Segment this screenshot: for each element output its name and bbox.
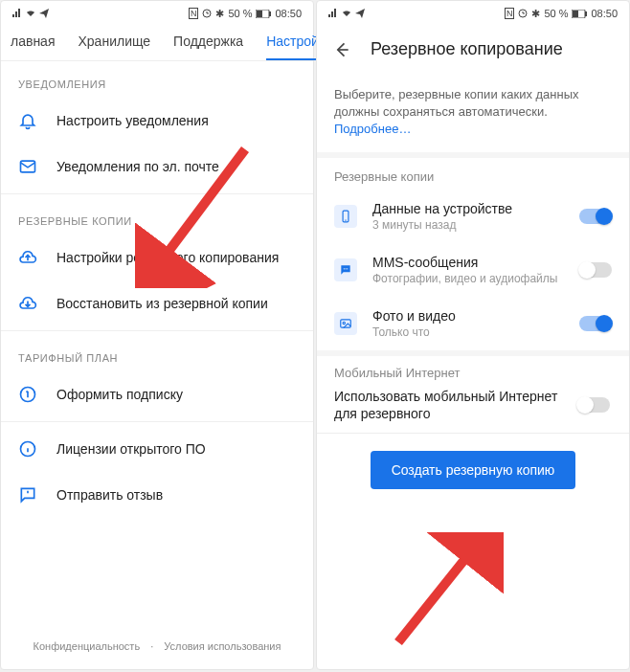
svg-rect-10 [585, 11, 587, 16]
tab-main[interactable]: лавная [11, 34, 56, 60]
item-device-data[interactable]: Данные на устройстве 3 минуты назад [317, 190, 629, 243]
item-title: Фото и видео [372, 308, 564, 324]
signal-icon [328, 9, 338, 18]
mobile-header: Мобильный Интернет [334, 366, 612, 380]
row-label: Настройки резервного копирования [56, 250, 296, 265]
mobile-label: Использовать мобильный Интернет для резе… [334, 388, 566, 424]
alarm-icon [202, 9, 212, 18]
svg-rect-3 [269, 11, 271, 16]
tab-storage[interactable]: Хранилище [79, 34, 151, 60]
row-licenses[interactable]: Лицензии открытого ПО [1, 426, 313, 472]
svg-rect-9 [573, 11, 578, 17]
row-email-notifications[interactable]: Уведомления по эл. почте [1, 144, 313, 190]
battery-percent: 50 % [544, 8, 568, 19]
section-notifications-header: УВЕДОМЛЕНИЯ [1, 61, 313, 98]
settings-screen: N ✱ 50 % 08:50 лавная Хранилище Поддержк… [0, 0, 314, 670]
row-subscribe[interactable]: Оформить подписку [1, 371, 313, 417]
clock: 08:50 [591, 8, 618, 19]
one-icon [18, 385, 37, 404]
row-label: Отправить отзыв [56, 487, 296, 503]
row-label: Уведомления по эл. почте [56, 159, 296, 174]
nfc-icon: N [505, 8, 515, 19]
wifi-icon [26, 9, 35, 18]
item-title: Данные на устройстве [372, 201, 564, 216]
privacy-link[interactable]: Конфиденциальность [34, 640, 141, 652]
svg-point-12 [344, 268, 345, 269]
phone-icon [334, 205, 357, 228]
button-bar: Создать резервную копию [317, 433, 629, 506]
feedback-icon [18, 485, 37, 504]
status-bar: N ✱ 50 % 08:50 [317, 1, 629, 26]
toggle-device-data[interactable] [579, 209, 612, 224]
mms-icon [334, 258, 357, 281]
photos-icon [334, 312, 357, 335]
dot: · [150, 640, 153, 652]
mail-icon [18, 157, 37, 176]
row-label: Лицензии открытого ПО [56, 441, 296, 457]
clock: 08:50 [275, 8, 302, 19]
cloud-up-icon [18, 248, 37, 267]
section-backup-header: РЕЗЕРВНЫЕ КОПИИ [1, 198, 313, 235]
info-icon [18, 439, 37, 459]
page-title: Резервное копирование [371, 39, 563, 59]
row-backup-settings[interactable]: Настройки резервного копирования [1, 235, 313, 280]
svg-point-13 [345, 268, 346, 269]
item-photos[interactable]: Фото и видео Только что [317, 297, 629, 350]
row-label: Настроить уведомления [56, 113, 296, 128]
backups-list-header: Резервные копии [317, 158, 629, 190]
item-subtitle: 3 минуты назад [372, 218, 564, 232]
toggle-photos[interactable] [579, 316, 612, 331]
battery-percent: 50 % [228, 8, 252, 19]
row-label: Восстановить из резервной копии [56, 296, 296, 311]
svg-point-16 [343, 322, 345, 324]
svg-point-14 [347, 268, 348, 269]
row-label: Оформить подписку [56, 387, 296, 402]
item-title: MMS-сообщения [372, 255, 564, 270]
battery-icon [256, 10, 271, 18]
intro-box: Выберите, резервные копии каких данных д… [317, 73, 629, 152]
cloud-down-icon [18, 294, 37, 313]
learn-more-link[interactable]: Подробнее… [334, 122, 411, 136]
bluetooth-icon: ✱ [531, 8, 540, 20]
alarm-icon [518, 9, 528, 18]
tab-bar: лавная Хранилище Поддержка Настройки [1, 26, 313, 61]
telegram-icon [39, 9, 49, 18]
item-subtitle: Фотографии, видео и аудиофайлы [372, 272, 564, 285]
toggle-mms[interactable] [579, 262, 612, 278]
tos-link[interactable]: Условия использования [164, 640, 281, 652]
item-subtitle: Только что [372, 325, 564, 339]
telegram-icon [355, 9, 365, 18]
backup-screen: N ✱ 50 % 08:50 Резервное копирование Выб… [316, 0, 630, 670]
footer: Конфиденциальность · Условия использован… [1, 623, 313, 669]
item-mms[interactable]: MMS-сообщения Фотографии, видео и аудиоф… [317, 243, 629, 297]
signal-icon [12, 9, 22, 18]
create-backup-button[interactable]: Создать резервную копию [371, 451, 576, 489]
back-button[interactable] [332, 40, 351, 59]
toggle-mobile-internet[interactable] [577, 397, 610, 413]
section-plan-header: ТАРИФНЫЙ ПЛАН [1, 335, 313, 371]
wifi-icon [342, 9, 351, 18]
tab-support[interactable]: Поддержка [173, 34, 243, 60]
bell-icon [18, 111, 37, 130]
intro-text: Выберите, резервные копии каких данных д… [334, 87, 579, 119]
status-bar: N ✱ 50 % 08:50 [1, 1, 313, 26]
battery-icon [572, 10, 587, 18]
bluetooth-icon: ✱ [215, 8, 224, 20]
app-bar: Резервное копирование [317, 26, 629, 73]
annotation-arrow-icon [379, 532, 504, 647]
nfc-icon: N [189, 8, 199, 19]
row-configure-notifications[interactable]: Настроить уведомления [1, 98, 313, 144]
svg-rect-2 [257, 11, 262, 17]
mobile-internet-section: Мобильный Интернет Использовать мобильны… [317, 350, 629, 434]
row-restore[interactable]: Восстановить из резервной копии [1, 280, 313, 326]
row-feedback[interactable]: Отправить отзыв [1, 472, 313, 518]
